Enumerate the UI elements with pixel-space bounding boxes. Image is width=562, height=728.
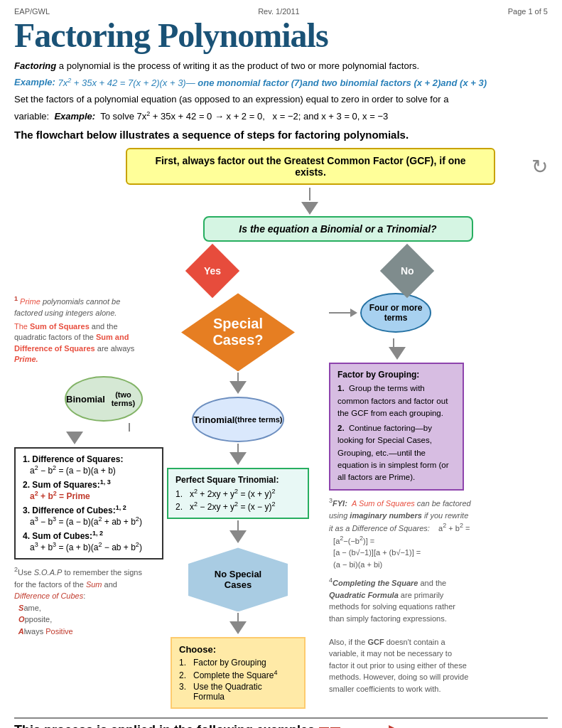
sum-squares-note: The Sum of Squares and the quadratic fac… [14, 321, 150, 365]
header-center: Rev. 1/2011 [258, 7, 300, 16]
yes-label: Yes [203, 265, 220, 277]
gcf-arrow: ↻ [531, 155, 548, 178]
page-title: Factoring Polynomials [14, 17, 548, 55]
soap-note: 2Use S.O.A.P to remember the signs for t… [14, 565, 150, 637]
arrow-gcf-to-q [71, 188, 548, 200]
bottom-title-row: This process is applied in the following… [14, 723, 548, 728]
special-cases-list: 1. Difference of Squares: a2 − b2 = (a −… [14, 447, 163, 560]
page-header: EAP/GWL Rev. 1/2011 Page 1 of 5 [14, 7, 548, 16]
trinomial-oval: Trinomial(three terms) [192, 397, 284, 442]
fyi-note: 3FYI: A Sum of Squares can be factored u… [329, 496, 471, 570]
no-special-cases: No SpecialCases [188, 547, 288, 611]
perfect-square-box: Perfect Square Trinomial: 1. x2 + 2xy + … [167, 468, 309, 519]
flowchart-title: The flowchart below illustrates a sequen… [14, 129, 548, 141]
four-more-terms: Four or moreterms [360, 293, 431, 333]
no-label: No [400, 265, 414, 277]
intro-line1: Factoring a polynomial is the process of… [14, 59, 548, 73]
special-cases-diamond: SpecialCases? [181, 293, 295, 371]
no-branch: No [388, 245, 426, 290]
binomial-oval: Binomial(two terms) [65, 376, 143, 422]
bottom-title: This process is applied in the following… [14, 723, 315, 728]
intro-rest: a polynomial is the process of writing i… [59, 60, 419, 71]
flowchart-area: First, always factor out the Greatest Co… [14, 148, 548, 709]
header-right: Page 1 of 5 [508, 7, 548, 16]
set-line: Set the factors of a polynomial equation… [14, 92, 548, 107]
set-line2: variable: Example: To solve 7x2 + 35x + … [14, 109, 548, 124]
factor-grouping-box: Factor by Grouping: 1. Group the terms w… [329, 363, 464, 491]
yes-branch: Yes [193, 245, 232, 290]
intro-bold: Factoring [14, 60, 56, 71]
choose-box: Choose: 1. Factor by Grouping 2. Complet… [171, 637, 306, 709]
binomial-trinomial-question: Is the equation a Binomial or a Trinomia… [203, 216, 473, 242]
example-line: Example: 7x2 + 35x + 42 = 7(x + 2)(x + 3… [14, 75, 548, 90]
note4: 4Completing the Square and the Quadratic… [329, 576, 471, 695]
header-left: EAP/GWL [14, 7, 50, 16]
divider [14, 717, 548, 719]
gcf-box: First, always factor out the Greatest Co… [126, 148, 495, 185]
bottom-arrow [346, 725, 403, 728]
note1: 1 Prime polynomials cannot be factored u… [14, 294, 150, 318]
